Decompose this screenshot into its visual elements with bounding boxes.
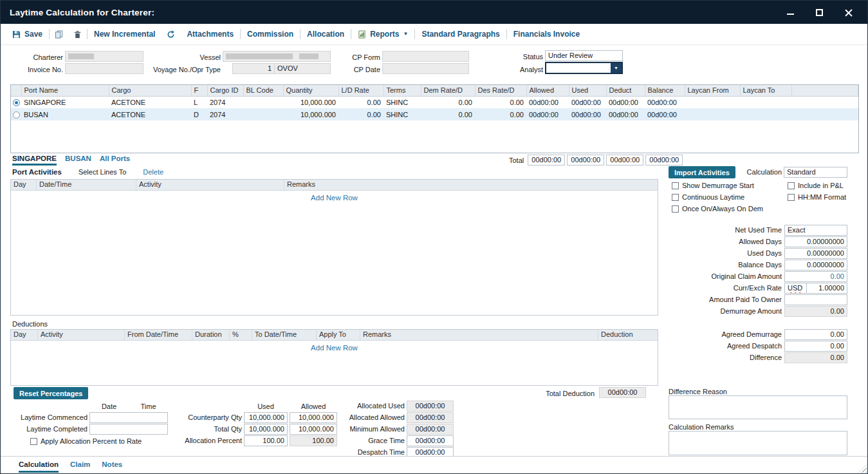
- column-header: [11, 85, 21, 96]
- column-header[interactable]: Duration: [192, 330, 230, 340]
- column-header[interactable]: Laycan To: [740, 85, 791, 96]
- checkbox-include-in-pnl[interactable]: Include in P&L: [788, 182, 844, 189]
- column-header[interactable]: Deduction: [598, 330, 658, 340]
- column-header[interactable]: Apply To: [317, 330, 360, 340]
- column-header[interactable]: Day: [11, 330, 38, 340]
- minimize-icon[interactable]: [786, 8, 795, 17]
- copy-button[interactable]: [50, 30, 68, 39]
- port-row-singapore[interactable]: SINGAPORE ACETONE L 2074 10,000.000 0.00…: [11, 96, 858, 108]
- checkbox-hhmm-format[interactable]: HH:MM Format: [788, 193, 846, 201]
- column-header[interactable]: Activity: [136, 180, 284, 190]
- allowed-days-field[interactable]: 0.00000000: [784, 236, 847, 247]
- agreed-demurrage-field[interactable]: 0.00: [784, 329, 847, 340]
- exch-rate-field[interactable]: 1.00000: [806, 283, 847, 294]
- column-header[interactable]: F: [191, 85, 207, 96]
- import-activities-button[interactable]: Import Activities: [669, 166, 735, 178]
- allocated-allowed-label: Allocated Allowed: [330, 412, 405, 423]
- currency-field[interactable]: USD: [784, 283, 807, 294]
- report-icon: [358, 30, 366, 39]
- grace-time-value[interactable]: 00d00:00: [407, 435, 454, 446]
- column-header[interactable]: Port Name: [21, 85, 109, 96]
- delete-lines-link[interactable]: Delete: [143, 168, 163, 176]
- tab-busan[interactable]: BUSAN: [65, 155, 91, 166]
- tab-all-ports[interactable]: All Ports: [100, 155, 130, 166]
- balance-days-label: Balance Days: [670, 260, 782, 270]
- checkbox-show-demurrage-start[interactable]: Show Demurrage Start: [672, 182, 754, 189]
- time-header: Time: [129, 403, 168, 410]
- column-header[interactable]: Cargo ID: [207, 85, 243, 96]
- laytime-completed-field[interactable]: [89, 424, 168, 435]
- column-header[interactable]: From Date/Time: [125, 330, 192, 340]
- column-header[interactable]: To Date/Time: [252, 330, 317, 340]
- agreed-despatch-field[interactable]: 0.00: [784, 341, 847, 352]
- column-header[interactable]: Day: [11, 180, 37, 190]
- attachments-button[interactable]: Attachments: [180, 30, 240, 39]
- cell: 2074: [207, 96, 243, 108]
- add-new-row-link[interactable]: Add New Row: [11, 344, 658, 352]
- column-header[interactable]: Deduct: [606, 85, 645, 96]
- cell: 00d00:00: [606, 108, 645, 120]
- column-header[interactable]: Date/Time: [37, 180, 136, 190]
- column-header[interactable]: Dem Rate/D: [421, 85, 475, 96]
- amount-paid-to-owner-field[interactable]: [784, 294, 847, 305]
- reset-percentages-button[interactable]: Reset Percentages: [14, 387, 88, 399]
- save-button[interactable]: Save: [6, 30, 49, 39]
- column-header[interactable]: Terms: [383, 85, 421, 96]
- column-header[interactable]: Allowed: [526, 85, 569, 96]
- column-header[interactable]: Laycan From: [685, 85, 740, 96]
- column-header[interactable]: L/D Rate: [338, 85, 383, 96]
- column-header[interactable]: Cargo: [109, 85, 191, 96]
- chevron-down-icon[interactable]: ▼: [611, 63, 622, 73]
- status-field[interactable]: Under Review: [545, 50, 623, 61]
- calculation-label: Calculation: [739, 167, 782, 178]
- tab-port-activities[interactable]: Port Activities: [12, 168, 62, 176]
- allocation-button[interactable]: Allocation: [300, 30, 351, 39]
- tab-claim[interactable]: Claim: [70, 460, 90, 471]
- delete-button[interactable]: [68, 30, 87, 39]
- add-new-row-link[interactable]: Add New Row: [11, 194, 658, 202]
- port-row-radio[interactable]: [13, 111, 20, 118]
- new-incremental-button[interactable]: New Incremental: [88, 30, 162, 39]
- net-used-time-label: Net Used Time: [670, 225, 782, 236]
- column-header[interactable]: BL Code: [243, 85, 283, 96]
- column-header[interactable]: Balance: [645, 85, 685, 96]
- net-used-time-field[interactable]: Exact: [784, 225, 847, 236]
- balance-days-field[interactable]: 0.00000000: [784, 260, 847, 270]
- maximize-icon[interactable]: [815, 8, 824, 17]
- tab-singapore[interactable]: SINGAPORE: [12, 155, 57, 166]
- counterparty-qty-used[interactable]: 10,000.000: [244, 412, 288, 423]
- cell: ACETONE: [109, 108, 191, 120]
- checkbox-once-on-always-on-dem[interactable]: Once On/Always On Dem: [672, 205, 763, 213]
- column-header[interactable]: Des Rate/D: [475, 85, 526, 96]
- column-header[interactable]: Remarks: [360, 330, 598, 340]
- tab-calculation[interactable]: Calculation: [19, 460, 59, 473]
- original-claim-amount-field[interactable]: 0.00: [784, 271, 847, 282]
- port-row-busan[interactable]: BUSAN ACETONE D 2074 10,000.000 0.00 SHI…: [11, 108, 858, 120]
- checkbox-continuous-laytime[interactable]: Continuous Laytime: [672, 193, 744, 201]
- column-header[interactable]: Used: [569, 85, 606, 96]
- tab-notes[interactable]: Notes: [102, 460, 122, 471]
- reports-menu-button[interactable]: Reports ▼: [351, 30, 414, 39]
- standard-paragraphs-button[interactable]: Standard Paragraphs: [415, 30, 506, 39]
- calculation-remarks-field[interactable]: [669, 431, 847, 455]
- used-days-field[interactable]: 0.00000000: [784, 248, 847, 259]
- laytime-commenced-field[interactable]: [89, 412, 168, 423]
- close-icon[interactable]: [844, 8, 853, 17]
- commission-button[interactable]: Commission: [241, 30, 300, 39]
- total-qty-used[interactable]: 10,000.000: [244, 424, 288, 435]
- refresh-button[interactable]: [162, 30, 180, 39]
- calculation-field[interactable]: Standard: [784, 167, 847, 178]
- analyst-dropdown[interactable]: ▼: [545, 62, 623, 74]
- column-header[interactable]: Remarks: [284, 180, 658, 190]
- allocation-percent-used[interactable]: 100.00: [244, 435, 288, 446]
- port-row-radio[interactable]: [13, 99, 20, 106]
- cell: [243, 108, 283, 120]
- save-label: Save: [24, 30, 42, 39]
- difference-reason-field[interactable]: [669, 395, 847, 419]
- financials-invoice-button[interactable]: Financials Invoice: [507, 30, 586, 39]
- deductions-header-row: Day Activity From Date/Time Duration % T…: [11, 330, 658, 341]
- column-header[interactable]: Activity: [38, 330, 125, 340]
- column-header[interactable]: Quantity: [283, 85, 338, 96]
- column-header[interactable]: %: [230, 330, 252, 340]
- apply-allocation-checkbox[interactable]: Apply Allocation Percent to Rate: [30, 437, 142, 445]
